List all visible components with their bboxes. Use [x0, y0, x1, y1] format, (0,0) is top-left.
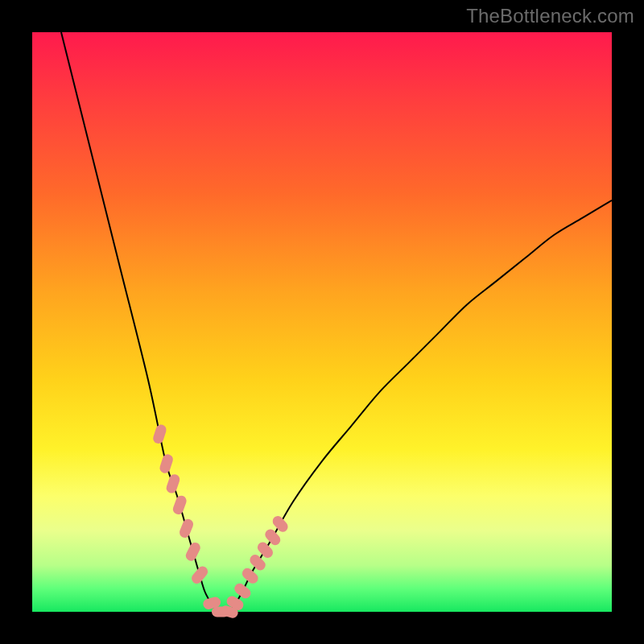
- highlight-dash: [184, 541, 202, 563]
- highlight-dash: [152, 423, 168, 445]
- bottleneck-curve: [61, 32, 612, 614]
- highlight-dash: [171, 494, 188, 516]
- highlight-dash: [178, 518, 195, 539]
- highlight-dash: [165, 473, 181, 494]
- chart-frame: TheBottleneck.com: [0, 0, 644, 644]
- highlight-dashes: [152, 423, 291, 619]
- bottleneck-curve-svg: [32, 32, 612, 612]
- watermark-text: TheBottleneck.com: [466, 5, 634, 27]
- highlight-dash: [159, 453, 175, 475]
- highlight-dash: [189, 564, 209, 586]
- plot-area: [32, 32, 612, 612]
